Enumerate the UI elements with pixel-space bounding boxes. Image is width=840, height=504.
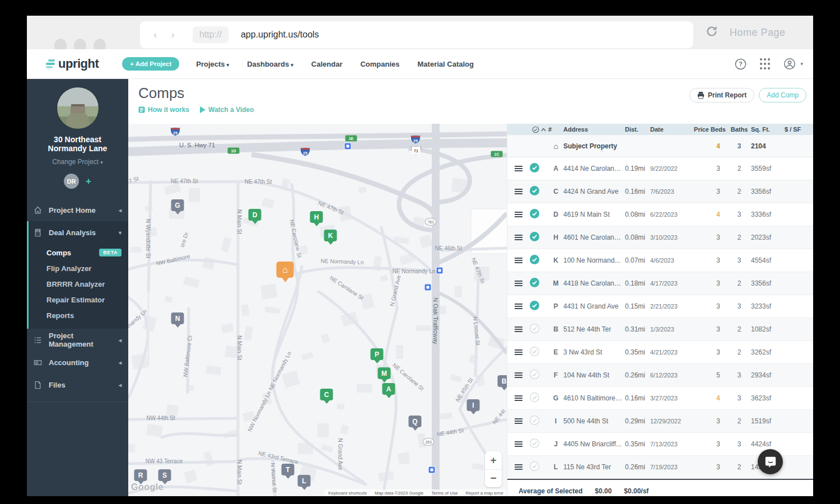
drag-handle-icon[interactable]: [515, 212, 530, 217]
comp-marker-N[interactable]: N: [171, 312, 184, 326]
row-select-toggle[interactable]: [530, 370, 548, 381]
selected-check-icon[interactable]: [530, 278, 539, 287]
user-avatar[interactable]: DR: [64, 174, 79, 189]
upright-logo[interactable]: upright: [46, 57, 99, 71]
unselected-check-icon[interactable]: [530, 347, 539, 356]
sidebar-subitem-reports[interactable]: Reports: [29, 307, 128, 323]
row-select-toggle[interactable]: [530, 461, 548, 473]
table-row-comp-E[interactable]: E3 Nw 43rd St0.35mi4/21/2023323262sf: [507, 341, 813, 364]
row-select-toggle[interactable]: [530, 278, 548, 289]
transit-stop-icon[interactable]: [344, 143, 352, 150]
table-row-comp-K[interactable]: K100 Ne Normand...0.07mi4/6/2023334554sf: [507, 249, 813, 272]
table-row-comp-B[interactable]: B512 Ne 44th Ter0.31mi1/3/2023321082sf: [507, 318, 813, 341]
chat-launcher-button[interactable]: [758, 449, 783, 474]
drag-handle-icon[interactable]: [515, 304, 530, 309]
col-header-date[interactable]: Date: [650, 126, 689, 133]
help-icon[interactable]: ?: [734, 58, 746, 70]
col-header-address[interactable]: Address: [563, 126, 625, 133]
selected-check-icon[interactable]: [530, 163, 539, 172]
print-report-button[interactable]: Print Report: [689, 88, 754, 102]
row-select-toggle[interactable]: [530, 324, 548, 335]
row-select-toggle[interactable]: [530, 393, 548, 404]
comp-marker-Q[interactable]: Q: [409, 416, 422, 430]
row-select-toggle[interactable]: [530, 209, 548, 220]
back-forward-icons[interactable]: ‹ ›: [153, 29, 180, 41]
refresh-icon[interactable]: [706, 25, 718, 40]
zoom-out-button[interactable]: −: [485, 470, 502, 488]
subject-property-marker[interactable]: ⌂: [277, 262, 294, 282]
comp-marker-S[interactable]: S: [158, 469, 171, 483]
attribution-link[interactable]: Report a map error: [465, 491, 503, 496]
sidebar-subitem-brrrr-analyzer[interactable]: BRRRR Analyzer: [29, 276, 128, 292]
row-select-toggle[interactable]: [530, 347, 548, 358]
subject-property-row[interactable]: ⌂ Subject Property 4 3 2104: [507, 135, 813, 157]
url-text[interactable]: app.upright.us/tools: [241, 30, 319, 40]
row-select-toggle[interactable]: [530, 438, 548, 450]
row-select-toggle[interactable]: [530, 416, 548, 427]
row-select-toggle[interactable]: [530, 163, 548, 174]
table-row-comp-A[interactable]: A4414 Ne Carolane...0.19mi9/22/202232355…: [507, 157, 813, 180]
table-row-comp-F[interactable]: F104 Nw 44th St0.26mi6/12/2023532934sf: [507, 364, 813, 387]
table-row-comp-I[interactable]: I500 Ne 44th St0.29mi12/29/2022321519sf: [507, 410, 813, 433]
row-select-toggle[interactable]: [530, 255, 548, 266]
comps-map[interactable]: U. S. Hwy 717 StNE 47th StNE 47th StNE 4…: [128, 124, 507, 496]
project-photo[interactable]: [57, 87, 99, 129]
add-comp-button[interactable]: Add Comp: [759, 88, 806, 102]
table-row-comp-C[interactable]: C4424 N Grand Ave0.16mi7/6/2023323356sf: [507, 180, 813, 203]
nav-item-calendar[interactable]: Calendar: [311, 60, 343, 68]
nav-item-projects[interactable]: Projects▾: [196, 60, 229, 68]
add-member-button[interactable]: +: [86, 176, 91, 187]
select-all-header[interactable]: [530, 126, 548, 133]
drag-handle-icon[interactable]: [515, 395, 530, 401]
selected-check-icon[interactable]: [530, 255, 539, 264]
apps-grid-icon[interactable]: [759, 58, 771, 70]
sidebar-subitem-comps[interactable]: CompsBETA: [29, 245, 128, 260]
nav-item-dashboards[interactable]: Dashboards▾: [247, 60, 293, 68]
comp-marker-L[interactable]: L: [298, 475, 311, 489]
sidebar-subitem-repair-estimator[interactable]: Repair Estimator: [29, 292, 128, 307]
col-header-price[interactable]: Price: [689, 126, 709, 133]
comp-marker-M[interactable]: M: [378, 367, 391, 381]
drag-handle-icon[interactable]: [515, 372, 530, 378]
drag-handle-icon[interactable]: [515, 189, 530, 194]
change-project-dropdown[interactable]: Change Project ▾: [27, 158, 128, 166]
sidebar-item-deal-analysis[interactable]: Deal Analysis▾: [27, 221, 128, 244]
comp-marker-R[interactable]: R: [134, 469, 147, 483]
watch-video-link[interactable]: Watch a Video: [199, 106, 254, 114]
table-row-comp-H[interactable]: H4601 Ne Carolane...0.08mi3/10/202332202…: [507, 226, 813, 249]
col-header-baths[interactable]: Baths: [727, 126, 751, 133]
comp-marker-A[interactable]: A: [382, 383, 395, 397]
unselected-check-icon[interactable]: [530, 393, 539, 402]
drag-handle-icon[interactable]: [515, 281, 530, 286]
row-select-toggle[interactable]: [530, 232, 548, 243]
comp-marker-T[interactable]: T: [282, 464, 295, 478]
col-header-sqft[interactable]: Sq. Ft.: [751, 126, 785, 133]
comp-marker-I[interactable]: I: [467, 399, 480, 413]
drag-handle-icon[interactable]: [515, 326, 530, 332]
selected-check-icon[interactable]: [530, 232, 539, 241]
unselected-check-icon[interactable]: [530, 370, 539, 379]
sidebar-item-accounting[interactable]: Accounting◂: [27, 351, 128, 374]
attribution-link[interactable]: Keyboard shortcuts: [328, 491, 367, 496]
nav-item-material-catalog[interactable]: Material Catalog: [418, 60, 474, 68]
transit-stop-icon[interactable]: [436, 267, 444, 274]
comp-marker-D[interactable]: D: [249, 209, 262, 223]
table-row-comp-P[interactable]: P4431 N Grand Ave0.15mi2/21/2023333233sf: [507, 295, 813, 318]
drag-handle-icon[interactable]: [515, 464, 530, 470]
how-it-works-link[interactable]: How it works: [138, 106, 189, 114]
table-row-comp-M[interactable]: M4418 Ne Carolane...0.18mi4/17/202332335…: [507, 272, 813, 295]
transit-stop-icon[interactable]: [424, 284, 432, 291]
col-header-sf[interactable]: $ / SF: [785, 126, 813, 133]
zoom-in-button[interactable]: +: [485, 451, 502, 470]
drag-handle-icon[interactable]: [515, 441, 530, 447]
col-header-[interactable]: #: [548, 126, 563, 133]
table-row-comp-D[interactable]: D4619 N Main St0.08mi6/22/2023433336sf: [507, 203, 813, 226]
comp-marker-P[interactable]: P: [371, 348, 384, 362]
comp-marker-H[interactable]: H: [310, 211, 323, 225]
col-header-dist[interactable]: Dist.: [625, 126, 650, 133]
nav-item-companies[interactable]: Companies: [360, 60, 399, 68]
attribution-link[interactable]: Map data ©2023 Google: [375, 491, 423, 496]
table-row-comp-G[interactable]: G4610 N Baltimore ...0.16mi3/27/20234336…: [507, 387, 813, 410]
selected-check-icon[interactable]: [530, 209, 539, 218]
selected-check-icon[interactable]: [530, 301, 539, 310]
